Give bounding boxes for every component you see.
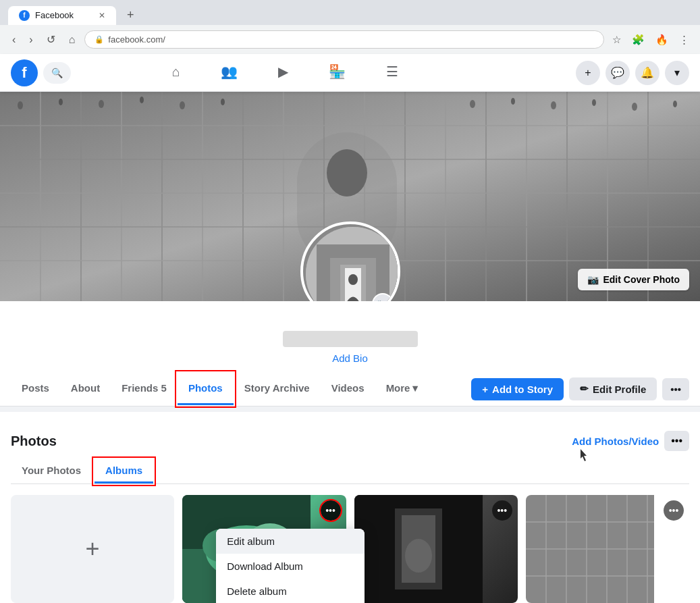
browser-bookmark-icon[interactable]: ☆ (610, 31, 624, 49)
dropdown-delete-album[interactable]: Delete album (216, 579, 365, 603)
subtab-your-photos[interactable]: Your Photos (11, 459, 92, 483)
edit-cover-label: Edit Cover Photo (603, 274, 680, 285)
profile-tabs: Posts About Friends 5 Photos Story Archi… (0, 372, 700, 407)
browser-menu-icon[interactable]: ⋮ (676, 31, 692, 49)
dark-album-image: ••• (354, 495, 518, 603)
photos-section-header: Photos Add Photos/Video ••• (11, 431, 689, 451)
photos-section-actions: Add Photos/Video ••• (572, 431, 689, 451)
browser-toolbar-icons: ☆ 🧩 🔥 ⋮ (610, 31, 692, 49)
tab-posts[interactable]: Posts (11, 373, 60, 405)
nav-menu-icon[interactable]: ☰ (367, 58, 417, 87)
add-bio-button[interactable]: Add Bio (332, 352, 368, 364)
avatar-svg (303, 224, 400, 301)
browser-back-button[interactable]: ‹ (8, 31, 20, 49)
nav-watch-icon[interactable]: ▶ (259, 58, 307, 87)
browser-home-button[interactable]: ⌂ (65, 31, 80, 49)
lock-icon: 🔒 (95, 35, 104, 44)
more-actions-button[interactable]: ••• (662, 378, 689, 400)
tab-more[interactable]: More ▾ (375, 373, 429, 406)
album-dropdown-menu: Edit album Download Album Delete album E… (216, 529, 365, 603)
browser-tab-title: Facebook (35, 10, 74, 20)
browser-new-tab-button[interactable]: + (122, 5, 140, 25)
svg-point-22 (18, 101, 23, 109)
search-bar[interactable]: 🔍 (43, 62, 71, 84)
dark-svg (354, 495, 483, 603)
edit-profile-label: Edit Profile (593, 384, 646, 395)
add-photos-button[interactable]: Add Photos/Video (572, 436, 659, 447)
album-grid: + Create Album (11, 495, 689, 603)
dark-album-three-dot-button[interactable]: ••• (492, 500, 512, 521)
camera-icon: 📷 (587, 274, 599, 285)
nav-home-icon[interactable]: ⌂ (153, 59, 199, 87)
tab-actions: + Add to Story ✏ Edit Profile ••• (471, 372, 689, 406)
grid-album-image: ••• (526, 495, 689, 603)
grid-album-three-dot-button[interactable]: ••• (664, 500, 684, 521)
tab-photos[interactable]: Photos (178, 373, 234, 405)
facebook-logo: f (11, 59, 38, 86)
spring-album-three-dot-button[interactable]: ••• (321, 500, 341, 521)
edit-cover-photo-button[interactable]: 📷 Edit Cover Photo (578, 269, 689, 290)
tab-story-archive[interactable]: Story Archive (234, 373, 321, 405)
camera-icon-small: 📷 (377, 298, 388, 301)
plus-icon: + (482, 384, 488, 395)
browser-tab-favicon: f (19, 10, 30, 21)
tab-videos[interactable]: Videos (321, 373, 375, 405)
browser-forward-button[interactable]: › (25, 31, 36, 49)
photos-section: Photos Add Photos/Video ••• Your Photos … (0, 420, 700, 603)
browser-address-bar[interactable]: 🔒 facebook.com/ (84, 30, 604, 49)
browser-tab-close-icon[interactable]: ✕ (99, 11, 105, 20)
svg-point-27 (221, 99, 225, 105)
browser-titlebar: f Facebook ✕ + (0, 0, 700, 25)
svg-point-53 (405, 539, 432, 573)
svg-point-29 (511, 98, 515, 105)
add-to-story-label: Add to Story (492, 384, 553, 395)
svg-point-24 (99, 100, 104, 108)
create-album-card[interactable]: + Create Album (11, 495, 174, 603)
svg-point-26 (180, 101, 185, 109)
photos-section-title: Photos (11, 434, 57, 449)
browser-tab[interactable]: f Facebook ✕ (8, 6, 116, 25)
facebook-app: f 🔍 ⌂ 👥 ▶ 🏪 ☰ + 💬 🔔 ▾ (0, 54, 700, 603)
nav-center-icons: ⌂ 👥 ▶ 🏪 ☰ (153, 58, 417, 87)
tab-about[interactable]: About (60, 373, 111, 405)
dropdown-download-album[interactable]: Download Album (216, 554, 365, 579)
dark-album-card[interactable]: ••• (354, 495, 518, 603)
edit-profile-button[interactable]: ✏ Edit Profile (569, 377, 657, 400)
create-album-image[interactable]: + (11, 495, 174, 603)
grid-svg (526, 495, 654, 603)
svg-point-25 (140, 97, 144, 103)
spring-album-card[interactable]: ••• spring 1 Item Edit album Download Al… (182, 495, 346, 603)
nav-friends-icon[interactable]: 👥 (202, 58, 257, 87)
nav-account-button[interactable]: ▾ (665, 61, 689, 85)
more-chevron-icon: ▾ (412, 382, 418, 394)
browser-extensions-icon[interactable]: 🧩 (629, 31, 647, 49)
nav-plus-button[interactable]: + (576, 61, 600, 85)
svg-point-44 (348, 274, 358, 285)
pencil-icon: ✏ (580, 383, 589, 395)
nav-notifications-button[interactable]: 🔔 (635, 61, 659, 85)
subtab-albums[interactable]: Albums (95, 459, 153, 483)
browser-profile-icon[interactable]: 🔥 (653, 31, 671, 49)
svg-point-32 (632, 103, 637, 111)
browser-address-text: facebook.com/ (108, 34, 165, 45)
photos-more-button[interactable]: ••• (664, 431, 689, 451)
nav-messenger-button[interactable]: 💬 (605, 61, 630, 85)
svg-point-31 (592, 99, 596, 106)
search-icon: 🔍 (51, 68, 63, 78)
profile-cover: 📷 Edit Cover Photo (0, 92, 700, 301)
svg-point-35 (327, 149, 367, 196)
grid-album-card[interactable]: ••• (526, 495, 689, 603)
more-tab-label: More (386, 382, 410, 394)
svg-point-30 (551, 101, 556, 109)
svg-point-28 (470, 100, 475, 108)
svg-point-23 (59, 99, 63, 105)
section-divider (0, 407, 700, 412)
dropdown-edit-album[interactable]: Edit album (216, 529, 365, 554)
nav-right-actions: + 💬 🔔 ▾ (576, 61, 689, 85)
svg-point-33 (673, 101, 677, 107)
browser-controls: ‹ › ↺ ⌂ 🔒 facebook.com/ ☆ 🧩 🔥 ⋮ (0, 25, 700, 54)
tab-friends[interactable]: Friends 5 (111, 373, 178, 405)
add-to-story-button[interactable]: + Add to Story (471, 378, 564, 400)
nav-marketplace-icon[interactable]: 🏪 (310, 58, 365, 87)
browser-refresh-button[interactable]: ↺ (43, 30, 59, 49)
